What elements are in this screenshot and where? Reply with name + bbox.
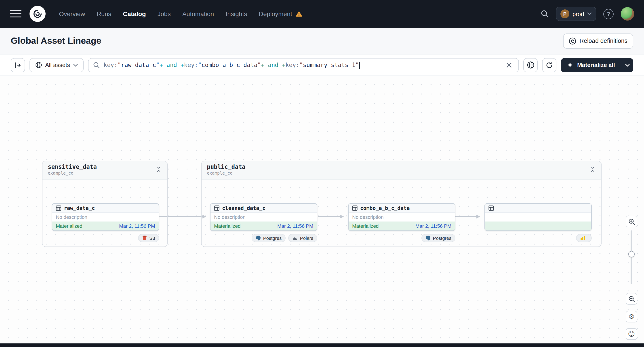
asset-selection-query: key:"raw_data_c"+ and +key:"combo_a_b_c_… [104, 61, 360, 68]
nav-item-deployment[interactable]: Deployment [259, 10, 302, 17]
nav-item-label: Runs [97, 10, 111, 17]
deployment-switcher[interactable]: P prod [556, 7, 596, 21]
refresh-button[interactable] [542, 58, 557, 72]
asset-status-row: Materialized Mar 2, 11:56 PM [52, 222, 159, 230]
nav-item-insights[interactable]: Insights [226, 10, 247, 17]
asset-tags-raw-data-c: S3 [52, 234, 159, 242]
nav-item-label: Overview [59, 10, 85, 17]
nav-item-overview[interactable]: Overview [59, 10, 85, 17]
lineage-toolbar: All assets key:"raw_data_c"+ and +key:"c… [0, 54, 644, 76]
panel-expand-icon [14, 61, 22, 68]
materialized-status: Materialized [352, 223, 379, 229]
asset-node-header: combo_a_b_c_data [348, 204, 455, 213]
query-token: + and + [261, 62, 286, 68]
zoom-slider-handle[interactable] [628, 251, 634, 257]
postgres-icon [425, 235, 430, 241]
asset-node-cleaned-data-c[interactable]: cleaned_data_c No description Materializ… [210, 203, 317, 231]
page-title: Global Asset Lineage [11, 36, 101, 46]
zoom-out-icon [628, 296, 635, 302]
menu-icon[interactable] [10, 8, 22, 20]
octopus-swirl-icon [32, 8, 43, 20]
asset-status-row [485, 222, 591, 230]
tag-label: Polars [300, 235, 313, 241]
asset-description: No description [348, 213, 455, 222]
query-token: key: [104, 62, 118, 68]
asset-filter-label: All assets [45, 62, 70, 68]
nav-item-label: Jobs [158, 10, 171, 17]
toggle-sidebar-button[interactable] [11, 58, 25, 72]
asset-filter-dropdown[interactable]: All assets [30, 58, 83, 72]
zoom-in-button[interactable] [626, 216, 637, 227]
asset-name: combo_a_b_c_data [360, 205, 410, 211]
chevron-down-icon [625, 64, 630, 66]
tag-postgres[interactable]: Postgres [421, 234, 456, 242]
materialization-timestamp[interactable]: Mar 2, 11:56 PM [277, 223, 313, 229]
nav-item-label: Catalog [123, 10, 146, 17]
materialize-options-button[interactable] [621, 58, 633, 72]
graph-view-options-button[interactable] [524, 58, 538, 72]
nav-item-runs[interactable]: Runs [97, 10, 111, 17]
collapse-group-button[interactable] [590, 166, 596, 172]
query-token: "raw_data_c" [118, 62, 160, 68]
dagster-logo-icon[interactable] [30, 6, 46, 22]
nav-item-catalog[interactable]: Catalog [123, 10, 146, 17]
materialize-all-label: Materialize all [577, 62, 615, 68]
table-icon [56, 205, 61, 211]
sparkle-icon [567, 62, 574, 68]
tag-label: Postgres [433, 235, 452, 241]
group-title-block: sensitive_data example_co [48, 163, 97, 176]
graph-settings-button[interactable]: ⚙ [626, 311, 637, 323]
globe-icon [527, 61, 534, 69]
asset-name: cleaned_data_c [222, 205, 266, 211]
group-name: sensitive_data [48, 163, 97, 171]
zoom-in-icon [628, 218, 635, 225]
s3-icon [142, 235, 147, 241]
tag-power-bi[interactable] [576, 234, 592, 242]
group-location: example_co [48, 171, 97, 176]
clear-query-button[interactable] [504, 60, 514, 70]
tag-polars[interactable]: Polars [288, 234, 317, 242]
materialize-all-button[interactable]: Materialize all [561, 58, 621, 72]
group-header[interactable]: public_data example_co [202, 161, 601, 180]
help-glyph: ? [607, 10, 610, 17]
table-icon [214, 205, 220, 211]
asset-node-summary-stats-1[interactable] [484, 203, 592, 231]
nav-item-label: Automation [182, 10, 214, 17]
group-header[interactable]: sensitive_data example_co [42, 161, 167, 180]
query-token: key: [285, 62, 300, 68]
help-icon[interactable]: ? [603, 9, 614, 19]
nav-item-automation[interactable]: Automation [182, 10, 214, 17]
feedback-button[interactable]: ☺ [626, 328, 637, 340]
materialized-status: Materialized [214, 223, 241, 229]
table-icon [352, 205, 358, 211]
polars-icon [292, 235, 298, 241]
deployment-avatar: P [560, 9, 569, 18]
collapse-icon [156, 166, 162, 172]
materialization-timestamp[interactable]: Mar 2, 11:56 PM [416, 223, 452, 229]
collapse-group-button[interactable] [156, 166, 162, 172]
bottom-bar [0, 344, 644, 347]
asset-tags-summary-stats-1 [484, 234, 592, 242]
asset-selection-input[interactable]: key:"raw_data_c"+ and +key:"combo_a_b_c_… [88, 58, 519, 72]
query-token: key: [184, 62, 198, 68]
user-avatar[interactable] [621, 7, 634, 20]
deployment-name: prod [572, 10, 584, 17]
tag-postgres[interactable]: Postgres [252, 234, 286, 242]
zoom-slider[interactable] [630, 230, 632, 284]
asset-node-combo-a-b-c-data[interactable]: combo_a_b_c_data No description Material… [348, 203, 456, 231]
materialized-status: Materialized [56, 223, 82, 229]
tag-s3[interactable]: S3 [138, 234, 159, 242]
reload-definitions-button[interactable]: Reload definitions [563, 33, 633, 48]
search-icon[interactable] [541, 10, 549, 18]
lineage-canvas[interactable]: sensitive_data example_co public_data ex… [0, 76, 644, 344]
refresh-icon [546, 61, 553, 68]
top-nav: Overview Runs Catalog Jobs Automation In… [0, 0, 644, 28]
page-header: Global Asset Lineage Reload definitions [0, 28, 644, 54]
nav-item-jobs[interactable]: Jobs [158, 10, 171, 17]
asset-status-row: Materialized Mar 2, 11:56 PM [348, 222, 455, 230]
zoom-out-button[interactable] [626, 293, 637, 305]
asset-description: No description [210, 213, 317, 222]
materialization-timestamp[interactable]: Mar 2, 11:56 PM [119, 223, 155, 229]
asset-description: No description [52, 213, 159, 222]
asset-node-raw-data-c[interactable]: raw_data_c No description Materialized M… [52, 203, 159, 231]
